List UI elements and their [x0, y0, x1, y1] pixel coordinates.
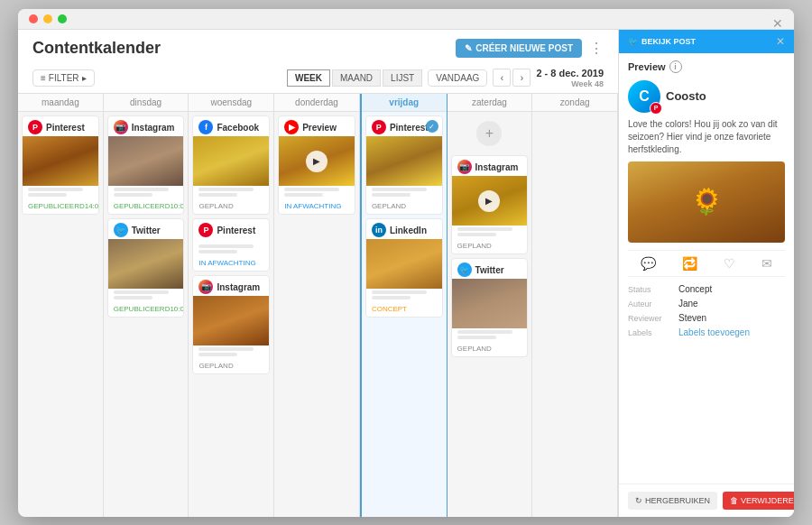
comment-button[interactable]: 💬 — [641, 256, 656, 271]
preview-image: 🌻 — [628, 161, 785, 243]
minimize-dot[interactable] — [43, 14, 52, 23]
filter-arrow-icon: ▸ — [82, 73, 87, 83]
today-button[interactable]: VANDAAG — [428, 69, 487, 87]
platform-badge: P — [650, 102, 662, 115]
status-badge: GEPUBLICEERD 14:00 — [23, 200, 98, 214]
window-chrome: ✕ — [18, 9, 794, 30]
platform-name: Pinterest — [46, 123, 85, 133]
filter-button[interactable]: ≡ FILTER ▸ — [32, 69, 95, 87]
preview-label: Preview i — [628, 60, 785, 73]
reuse-button[interactable]: ↻ HERGEBRUIKEN — [628, 492, 717, 510]
list-item[interactable]: 🐦 Twitter GEPLAND — [451, 258, 529, 357]
meta-row-reviewer: Reviewer Steven — [628, 313, 785, 323]
status-badge: GEPUBLICEERD 10:00 — [108, 303, 184, 317]
platform-name: Instagram — [475, 162, 519, 172]
list-item[interactable]: 📷 Instagram GEPUBLICEERD 10:00 — [107, 115, 185, 215]
maximize-dot[interactable] — [58, 14, 67, 23]
post-thumbnail — [366, 239, 442, 289]
column-dinsdag: dinsdag 📷 Instagram GEPUBLICEERD 10:00 — [104, 94, 189, 516]
panel-close-icon[interactable]: ✕ — [776, 35, 785, 48]
panel-header: 🐦 BEKIJK POST ✕ — [619, 30, 794, 53]
preview-profile: C P Coosto — [628, 80, 785, 113]
labels-add[interactable]: Labels toevoegen — [678, 327, 750, 337]
tab-month[interactable]: MAAND — [332, 69, 381, 87]
list-item[interactable]: f Facebook GEPLAND — [192, 115, 270, 215]
mail-button[interactable]: ✉ — [761, 256, 772, 271]
day-header-zondag: zondag — [532, 94, 617, 112]
new-post-button[interactable]: CRÉER NIEUWE POST — [456, 39, 582, 58]
post-thumbnail — [366, 136, 442, 186]
day-header-maandag: maandag — [18, 94, 103, 112]
preview-panel: 🐦 BEKIJK POST ✕ Preview i C P Coosto — [618, 30, 794, 517]
twitter-icon: 🐦 — [457, 262, 472, 277]
platform-name: Twitter — [132, 226, 161, 235]
post-thumbnail — [108, 136, 184, 186]
platform-name: Instagram — [217, 282, 260, 292]
avatar: C P — [628, 80, 660, 113]
column-donderdag: donderdag ▶ Preview ▶ — [274, 94, 360, 516]
tab-list[interactable]: LIJST — [383, 69, 422, 87]
like-button[interactable]: ♡ — [724, 256, 735, 271]
list-item[interactable]: 🐦 Twitter GEPUBLICEERD 10:00 — [107, 218, 185, 318]
platform-name: Pinterest — [390, 123, 429, 133]
delete-button[interactable]: 🗑 VERWIJDEREN — [723, 492, 794, 510]
reuse-icon: ↻ — [635, 496, 642, 505]
post-thumbnail: ▶ — [279, 136, 355, 186]
day-content-donderdag: ▶ Preview ▶ IN AFWACHTING — [274, 112, 359, 516]
day-content-dinsdag: 📷 Instagram GEPUBLICEERD 10:00 🐦 — [104, 112, 189, 516]
retweet-button[interactable]: 🔁 — [682, 256, 697, 271]
status-badge: GEPLAND — [366, 200, 442, 214]
panel-header-label: 🐦 BEKIJK POST — [628, 37, 696, 46]
list-item[interactable]: in LinkedIn CONCEPT — [365, 218, 443, 318]
filter-icon: ≡ — [41, 73, 46, 83]
date-range: 2 - 8 dec. 2019 Week 48 — [536, 67, 604, 90]
facebook-icon: f — [198, 120, 213, 134]
day-header-donderdag: donderdag — [274, 94, 359, 112]
day-header-vrijdag: vrijdag — [362, 94, 447, 112]
youtube-icon: ▶ — [284, 120, 299, 134]
list-item[interactable]: ▶ Preview ▶ IN AFWACHTING — [278, 115, 355, 215]
close-icon[interactable]: ✕ — [772, 16, 783, 31]
meta-row-status: Status Concept — [628, 284, 785, 294]
add-post-button[interactable]: + — [476, 121, 502, 146]
linkedin-icon: in — [372, 223, 386, 237]
column-woensdag: woensdag f Facebook GEPLAND — [189, 94, 274, 516]
panel-content: Preview i C P Coosto Love the colors! Ho… — [619, 53, 794, 484]
play-icon: ▶ — [478, 190, 500, 212]
day-content-woensdag: f Facebook GEPLAND P Pinterest — [189, 112, 273, 516]
platform-name: Pinterest — [217, 226, 255, 235]
list-item[interactable]: P Pinterest ✓ GEPLAND — [365, 115, 443, 215]
next-week-button[interactable]: › — [512, 69, 531, 87]
day-content-vrijdag: P Pinterest ✓ GEPLAND in — [362, 112, 447, 516]
column-maandag: maandag P Pinterest GEPUBLICEERD 14:00 — [18, 94, 104, 516]
instagram-icon: 📷 — [198, 280, 213, 294]
instagram-icon: 📷 — [114, 120, 128, 134]
profile-name: Coosto — [666, 89, 706, 103]
status-badge: GEPLAND — [452, 343, 528, 356]
close-dot[interactable] — [29, 14, 38, 23]
tab-week[interactable]: WEEK — [287, 69, 330, 87]
platform-name: Twitter — [475, 265, 504, 275]
day-content-maandag: P Pinterest GEPUBLICEERD 14:00 — [18, 112, 103, 516]
pinterest-icon: P — [198, 223, 213, 237]
status-badge: IN AFWACHTING — [193, 257, 269, 271]
preview-image-inner: 🌻 — [628, 161, 785, 243]
platform-name: LinkedIn — [390, 226, 427, 235]
day-header-zaterdag: zaterdag — [448, 94, 532, 112]
platform-name: Facebook — [217, 123, 259, 133]
day-content-zaterdag: + 📷 Instagram ▶ GEPLAND — [448, 112, 532, 516]
pinterest-icon: P — [372, 120, 386, 134]
meta-row-author: Auteur Jane — [628, 299, 785, 309]
trash-icon: 🗑 — [730, 496, 738, 505]
day-header-woensdag: woensdag — [189, 94, 273, 112]
list-item[interactable]: P Pinterest GEPUBLICEERD 14:00 — [22, 115, 99, 215]
more-options-icon[interactable]: ⋮ — [589, 40, 604, 57]
page-title: Contentkalender — [32, 39, 161, 58]
column-zaterdag: zaterdag + 📷 Instagram ▶ — [448, 94, 533, 516]
list-item[interactable]: 📷 Instagram ▶ GEPLAND — [451, 155, 529, 254]
list-item[interactable]: 📷 Instagram GEPLAND — [192, 275, 270, 374]
meta-row-labels: Labels Labels toevoegen — [628, 327, 785, 337]
list-item[interactable]: P Pinterest IN AFWACHTING — [192, 218, 270, 272]
play-icon: ▶ — [306, 151, 328, 172]
prev-week-button[interactable]: ‹ — [493, 69, 511, 87]
